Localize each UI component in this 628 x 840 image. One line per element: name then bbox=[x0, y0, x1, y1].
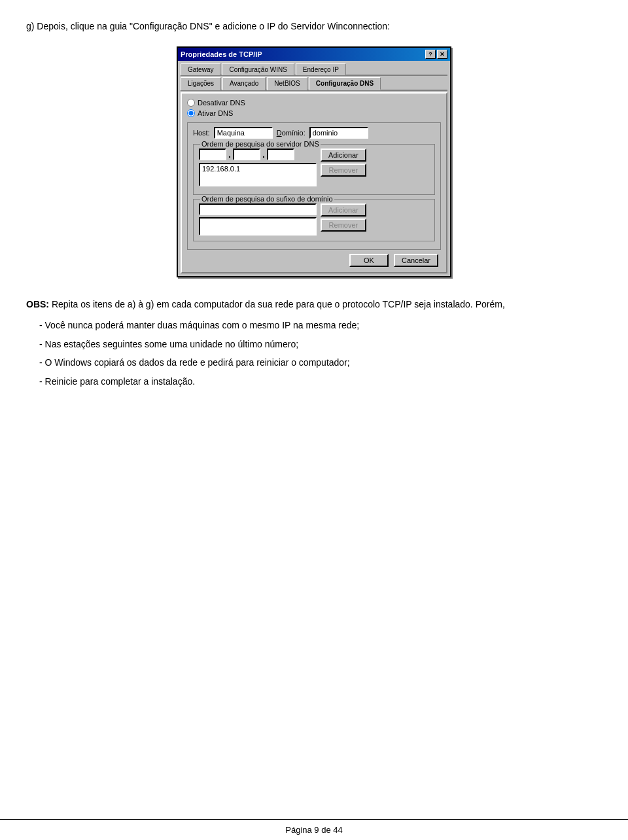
ip-input-row: . . bbox=[199, 149, 317, 160]
dns-server-order-group: Ordem de pesquisa do servidor DNS . . bbox=[193, 144, 435, 195]
dns-search-row: . . 192.168.0.1 bbox=[199, 149, 429, 186]
ip-dot-1: . bbox=[228, 149, 231, 160]
dns-radio-group: Desativar DNS Ativar DNS bbox=[187, 99, 441, 117]
page-number: Página 9 de 44 bbox=[285, 825, 342, 835]
host-label: Host: bbox=[193, 129, 210, 137]
dns-entry-1: 192.168.0.1 bbox=[202, 165, 313, 173]
dialog-titlebar: Propriedades de TCP/IP ? ✕ bbox=[178, 48, 450, 61]
dialog-container: Propriedades de TCP/IP ? ✕ Gateway Confi… bbox=[26, 46, 602, 277]
dialog-title: Propriedades de TCP/IP bbox=[181, 50, 262, 58]
host-input[interactable] bbox=[214, 127, 273, 139]
domain-label: Domínio: bbox=[277, 129, 305, 137]
ip-dot-2: . bbox=[262, 149, 265, 160]
host-domain-row: Host: Domínio: bbox=[193, 127, 435, 139]
dns-server-buttons: Adicionar Remover bbox=[321, 149, 366, 177]
help-button[interactable]: ? bbox=[425, 50, 436, 59]
ok-button[interactable]: OK bbox=[349, 254, 389, 267]
tab-ip[interactable]: Endereço IP bbox=[296, 63, 346, 75]
ip-octet-1[interactable] bbox=[199, 149, 226, 160]
page-footer: Página 9 de 44 bbox=[0, 819, 628, 840]
tab-avancado[interactable]: Avançado bbox=[222, 77, 266, 90]
domain-suffix-section: Ordem de pesquisa do sufixo de domínio A… bbox=[193, 199, 435, 241]
obs-text: Repita os itens de a) à g) em cada compu… bbox=[52, 299, 505, 309]
obs-bold: OBS: bbox=[26, 299, 49, 309]
add-dns-button[interactable]: Adicionar bbox=[321, 149, 366, 162]
obs-section: OBS: Repita os itens de a) à g) em cada … bbox=[26, 297, 602, 389]
radio-disable-dns-label: Desativar DNS bbox=[198, 99, 245, 107]
suffix-input[interactable] bbox=[199, 203, 317, 215]
tab-netbios[interactable]: NetBIOS bbox=[267, 77, 307, 90]
radio-activate-dns[interactable] bbox=[187, 109, 195, 117]
bullet-1: - Você nunca poderá manter duas máquinas… bbox=[39, 318, 602, 332]
obs-paragraph: OBS: Repita os itens de a) à g) em cada … bbox=[26, 297, 602, 311]
cancel-button[interactable]: Cancelar bbox=[394, 254, 438, 267]
ok-cancel-row: OK Cancelar bbox=[187, 254, 441, 267]
page-content: g) Depois, clique na guia "Configuração … bbox=[0, 0, 628, 445]
tab-wins[interactable]: Configuração WINS bbox=[222, 63, 294, 75]
bullet-list: - Você nunca poderá manter duas máquinas… bbox=[39, 318, 602, 389]
radio-activate-dns-label: Ativar DNS bbox=[198, 109, 233, 117]
dialog-body: Gateway Configuração WINS Endereço IP Li… bbox=[178, 61, 450, 276]
ip-octet-2[interactable] bbox=[233, 149, 260, 160]
titlebar-buttons: ? ✕ bbox=[425, 50, 447, 59]
tcp-ip-dialog: Propriedades de TCP/IP ? ✕ Gateway Confi… bbox=[177, 46, 451, 277]
tab-strip-2: Ligações Avançado NetBIOS Configuração D… bbox=[181, 77, 447, 91]
radio-activate-dns-item: Ativar DNS bbox=[187, 109, 441, 117]
remove-suffix-button[interactable]: Remover bbox=[321, 219, 366, 232]
tab-gateway[interactable]: Gateway bbox=[181, 63, 220, 75]
tab-strip-1: Gateway Configuração WINS Endereço IP bbox=[181, 63, 447, 76]
add-suffix-button[interactable]: Adicionar bbox=[321, 203, 366, 217]
tab-dns[interactable]: Configuração DNS bbox=[309, 77, 381, 90]
domain-input[interactable] bbox=[309, 127, 368, 139]
suffix-listbox[interactable] bbox=[199, 217, 317, 236]
dns-tab-content: Desativar DNS Ativar DNS Host: Domínio: bbox=[181, 92, 447, 273]
intro-paragraph: g) Depois, clique na guia "Configuração … bbox=[26, 20, 602, 33]
dns-server-order-label: Ordem de pesquisa do servidor DNS bbox=[200, 140, 321, 148]
dns-active-section: Host: Domínio: Ordem de pesquisa do serv… bbox=[187, 122, 441, 250]
remove-dns-button[interactable]: Remover bbox=[321, 164, 366, 177]
radio-disable-dns[interactable] bbox=[187, 99, 195, 107]
close-button[interactable]: ✕ bbox=[437, 50, 447, 59]
dns-left-col: . . 192.168.0.1 bbox=[199, 149, 317, 186]
domain-suffix-label: Ordem de pesquisa do sufixo de domínio bbox=[200, 195, 334, 203]
bullet-2: - Nas estações seguintes some uma unidad… bbox=[39, 337, 602, 351]
ip-octet-3[interactable] bbox=[267, 149, 294, 160]
bullet-3: - O Windows copiará os dados da rede e p… bbox=[39, 355, 602, 370]
suffix-listboxes bbox=[199, 203, 317, 236]
tab-ligacoes[interactable]: Ligações bbox=[181, 77, 221, 90]
suffix-row: Adicionar Remover bbox=[199, 203, 429, 236]
radio-disable-dns-item: Desativar DNS bbox=[187, 99, 441, 107]
suffix-buttons: Adicionar Remover bbox=[321, 203, 366, 232]
dns-server-listbox[interactable]: 192.168.0.1 bbox=[199, 163, 317, 186]
bullet-4: - Reinicie para completar a instalação. bbox=[39, 374, 602, 389]
